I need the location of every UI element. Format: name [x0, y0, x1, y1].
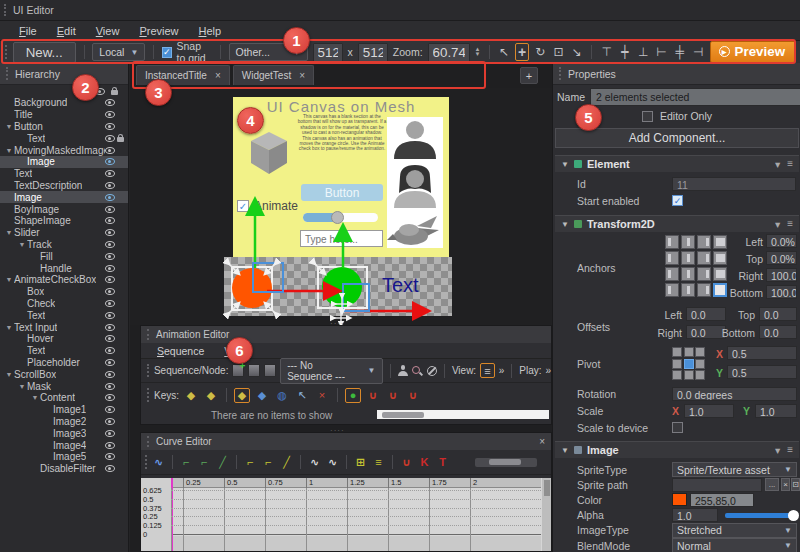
pivot-preset-cell[interactable]	[695, 359, 705, 369]
visibility-eye-icon[interactable]	[105, 359, 115, 366]
pivot-x-field[interactable]: 0.5	[727, 346, 797, 360]
visibility-eye-icon[interactable]	[105, 383, 115, 390]
visibility-eye-icon[interactable]	[105, 442, 115, 449]
animate-checkbox[interactable]: ✓	[237, 200, 249, 212]
tangent-linear-icon[interactable]: ╱	[215, 455, 230, 470]
toolbar-drag-handle[interactable]	[147, 388, 150, 402]
tree-item-mask[interactable]: ▼Mask	[0, 380, 128, 392]
tree-item-text[interactable]: Text	[0, 132, 128, 144]
key-flat-icon[interactable]: ⌐	[243, 455, 258, 470]
visibility-eye-icon[interactable]	[105, 406, 115, 413]
chevron-down-icon[interactable]: ▾	[775, 158, 780, 170]
magnet-keys-icon[interactable]: ∪	[385, 388, 401, 403]
key-sphere-icon[interactable]: ◍	[274, 388, 290, 403]
visibility-eye-icon[interactable]	[105, 170, 115, 177]
chevrons-more[interactable]: »	[499, 365, 505, 376]
name-field[interactable]: 2 elements selected	[590, 88, 800, 106]
anchor-top-field[interactable]: 0.0%	[766, 251, 797, 265]
visibility-eye-icon[interactable]	[105, 300, 115, 307]
tangent-step-icon[interactable]: ⌐	[197, 455, 212, 470]
ui-canvas[interactable]: UI Canvas on Mesh This canvas has a blan…	[233, 97, 449, 257]
visibility-eye-icon[interactable]	[105, 288, 115, 295]
section-menu-icon[interactable]: ≡	[787, 158, 793, 170]
alpha-field[interactable]: 1.0	[672, 508, 718, 522]
visibility-eye-icon[interactable]	[105, 158, 115, 165]
add-tab-button[interactable]: +	[520, 67, 538, 84]
clear-sprite-button[interactable]: ×	[781, 478, 790, 491]
alpha-slider-knob[interactable]	[788, 510, 799, 521]
visibility-eye-icon[interactable]	[105, 418, 115, 425]
rotate-tool[interactable]: ↻	[534, 43, 547, 61]
visibility-eye-icon[interactable]	[105, 147, 115, 154]
visibility-eye-icon[interactable]	[105, 430, 115, 437]
visibility-eye-icon[interactable]	[105, 217, 115, 224]
pivot-preset-cell[interactable]	[695, 370, 705, 380]
disable-node-icon[interactable]	[426, 365, 437, 377]
tree-item-scrollbox[interactable]: ▼ScrollBox	[0, 368, 128, 380]
collapse-arrow-icon[interactable]: ▼	[561, 220, 569, 229]
tree-item-image4[interactable]: Image4	[0, 439, 128, 451]
tree-item-placeholder[interactable]: Placeholder	[0, 357, 128, 369]
tree-item-check[interactable]: Check	[0, 298, 128, 310]
tree-item-image1[interactable]: Image1	[0, 404, 128, 416]
curve-graph[interactable]: 0.6250.50.3750.250.1250 0.250.50.7511.25…	[141, 478, 551, 551]
pivot-preset-cell[interactable]	[684, 359, 694, 369]
tree-item-content[interactable]: ▼Content	[0, 392, 128, 404]
post-infinity-icon[interactable]: ∿	[325, 455, 340, 470]
visibility-eye-icon[interactable]	[105, 335, 115, 342]
tree-item-image2[interactable]: Image2	[0, 416, 128, 428]
offset-left-field[interactable]: 0.0	[686, 307, 726, 321]
anchor-preset-cell[interactable]	[681, 235, 695, 249]
magnet-frames-icon[interactable]: ∪	[365, 388, 381, 403]
tree-item-image[interactable]: Image	[0, 156, 128, 168]
tree-item-movingmaskedimage[interactable]: ▼MovingMaskedImage	[0, 144, 128, 156]
visibility-eye-icon[interactable]	[105, 229, 115, 236]
canvas-button[interactable]: Button	[301, 184, 383, 201]
tree-item-handle[interactable]: Handle	[0, 262, 128, 274]
tree-item-image5[interactable]: Image5	[0, 451, 128, 463]
scale-x-field[interactable]: 1.0	[684, 404, 734, 418]
expand-arrow-icon[interactable]: ▼	[4, 371, 14, 378]
visibility-eye-icon[interactable]	[105, 206, 115, 213]
visibility-eye-icon[interactable]	[105, 194, 115, 201]
anchor-bottom-field[interactable]: 100.0	[766, 285, 797, 299]
magnet-values-icon[interactable]: ∪	[405, 388, 421, 403]
save-sequence-icon[interactable]	[248, 364, 260, 377]
align-right-icon[interactable]: ⊣	[691, 43, 704, 61]
slider-handle[interactable]	[331, 211, 344, 224]
scrollbar-thumb[interactable]	[382, 412, 424, 418]
anchor-preset-cell[interactable]	[665, 267, 679, 281]
fit-columns-icon[interactable]: ⊞	[353, 455, 368, 470]
visibility-eye-icon[interactable]	[105, 111, 115, 118]
anchor-preset-cell[interactable]	[697, 283, 711, 297]
pivot-preset-cell[interactable]	[672, 370, 682, 380]
expand-arrow-icon[interactable]: ▼	[4, 324, 14, 331]
anchor-preset-cell[interactable]	[713, 251, 727, 265]
tree-item-slider[interactable]: ▼Slider	[0, 227, 128, 239]
tree-item-title[interactable]: Title	[0, 109, 128, 121]
anchor-preset-cell[interactable]	[713, 267, 727, 281]
coordinate-space-dropdown[interactable]: Local ▼	[92, 43, 145, 61]
tree-item-image[interactable]: Image	[0, 191, 128, 203]
anchor-left-field[interactable]: 0.0%	[766, 234, 797, 248]
snap-to-grid-checkbox[interactable]: ✓	[162, 47, 172, 58]
curve-zoom-slider[interactable]	[475, 458, 537, 467]
anchor-preset-cell[interactable]	[665, 235, 679, 249]
tree-item-background[interactable]: Background	[0, 97, 128, 109]
color-swatch[interactable]	[672, 493, 687, 506]
anchor-preset-cell[interactable]	[713, 235, 727, 249]
splitter-dots[interactable]: ····	[330, 426, 345, 435]
pivot-y-field[interactable]: 0.5	[727, 365, 797, 379]
snap-keys-icon[interactable]: ●	[345, 388, 361, 403]
anchor-preset-cell[interactable]	[697, 251, 711, 265]
find-node-icon[interactable]	[411, 365, 422, 377]
visibility-eye-icon[interactable]	[105, 394, 115, 401]
blendmode-dropdown[interactable]: Normal▼	[672, 538, 797, 552]
key-add-icon[interactable]: ◆	[234, 388, 250, 403]
tangent-flat-icon[interactable]: ⌐	[179, 455, 194, 470]
tree-item-button[interactable]: ▼Button	[0, 121, 128, 133]
drag-handle[interactable]	[4, 4, 7, 16]
expand-arrow-icon[interactable]: ▼	[4, 147, 14, 154]
anim-menu-sequence[interactable]: Sequence	[149, 344, 212, 358]
image-section-header[interactable]: ▼ Image ▾≡	[555, 441, 799, 458]
